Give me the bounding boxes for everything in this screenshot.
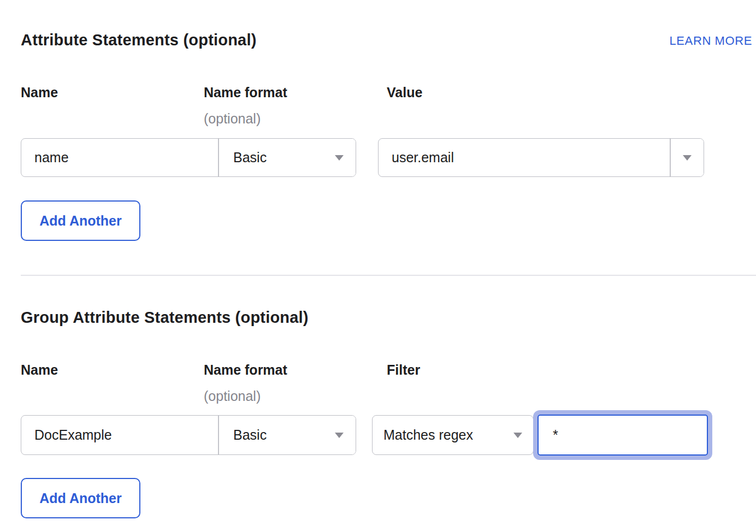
chevron-down-icon	[335, 155, 344, 161]
attribute-value-dropdown-toggle[interactable]	[671, 139, 704, 176]
column-header-name-format: Name format	[204, 85, 287, 101]
column-header-value: Value	[387, 85, 422, 101]
group-attribute-name-format-select[interactable]: Basic	[219, 416, 356, 454]
group-attribute-filter-value-focus-ring	[533, 410, 712, 460]
section-divider	[21, 275, 756, 276]
attribute-value-input[interactable]	[379, 139, 670, 176]
group-attribute-name-group: Basic	[21, 415, 356, 455]
column-header-name-format-note: (optional)	[204, 111, 261, 127]
add-another-attribute-button[interactable]: Add Another	[21, 200, 140, 241]
group-attribute-statements-title: Group Attribute Statements (optional)	[21, 309, 309, 327]
column-header-name: Name	[21, 362, 58, 378]
group-attribute-filter-type-select[interactable]: Matches regex	[372, 415, 534, 455]
column-header-filter: Filter	[387, 362, 420, 378]
group-attribute-name-format-value: Basic	[233, 427, 267, 443]
learn-more-link[interactable]: LEARN MORE	[670, 34, 752, 48]
group-attribute-filter-type-value: Matches regex	[383, 427, 473, 443]
column-header-name: Name	[21, 85, 58, 101]
chevron-down-icon	[683, 155, 692, 161]
attribute-name-format-value: Basic	[233, 150, 267, 165]
group-attribute-filter-value-input[interactable]	[538, 415, 708, 456]
column-header-name-format: Name format	[204, 362, 287, 378]
saml-attribute-settings-form: Attribute Statements (optional) LEARN MO…	[0, 0, 756, 532]
attribute-value-group	[378, 138, 704, 177]
group-attribute-name-input[interactable]	[21, 416, 218, 454]
attribute-name-group: Basic	[21, 138, 356, 177]
column-header-name-format-note: (optional)	[204, 388, 261, 404]
chevron-down-icon	[513, 433, 522, 438]
chevron-down-icon	[335, 433, 344, 438]
add-another-group-attribute-button[interactable]: Add Another	[21, 478, 140, 518]
attribute-statements-title: Attribute Statements (optional)	[21, 32, 257, 49]
attribute-name-format-select[interactable]: Basic	[219, 139, 356, 176]
attribute-name-input[interactable]	[21, 139, 218, 176]
